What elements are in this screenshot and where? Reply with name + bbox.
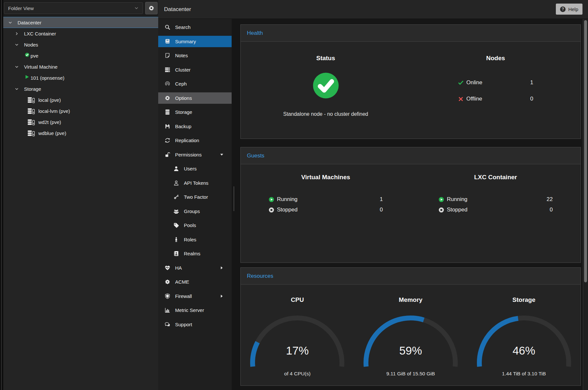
comments-icon	[165, 322, 170, 327]
book-icon	[165, 39, 170, 44]
tree-item-wdblue-pve[interactable]: wdblue (pve)	[3, 128, 158, 139]
gauge-percent: 46%	[475, 344, 573, 357]
nav-item-ceph[interactable]: Ceph	[158, 77, 232, 91]
status-message: Standalone node - no cluster defined	[283, 111, 368, 117]
nav-item-groups[interactable]: Groups	[158, 204, 232, 219]
nav-item-label: Two Factor	[184, 194, 208, 200]
tree-item-storage[interactable]: Storage	[3, 83, 158, 94]
nav-item-roles[interactable]: Roles	[158, 233, 232, 247]
play-circle-icon	[269, 197, 274, 202]
nav-item-label: Metric Server	[175, 307, 204, 313]
nav-item-label: HA	[175, 265, 182, 271]
guest-status-list: Running22Stopped0	[439, 195, 553, 214]
status-row-label: Running	[447, 196, 467, 203]
nav-item-notes[interactable]: Notes	[158, 48, 232, 63]
nodes-heading: Nodes	[486, 55, 505, 62]
floppy-icon	[165, 124, 170, 129]
status-column: Status Standalone node - no cluster defi…	[241, 42, 411, 139]
nav-item-search[interactable]: Search	[158, 20, 232, 34]
nav-item-realms[interactable]: Realms	[158, 247, 232, 261]
nav-item-label: API Tokens	[184, 180, 209, 186]
ceph-icon	[165, 81, 170, 87]
nav-item-metric-server[interactable]: Metric Server	[158, 303, 232, 317]
nodes-column: Nodes Online1Offline0	[411, 42, 581, 139]
health-panel-title: Health	[241, 25, 581, 42]
tree-expander[interactable]	[6, 20, 14, 25]
nav-item-firewall[interactable]: Firewall	[158, 289, 232, 303]
nav-item-api-tokens[interactable]: API Tokens	[158, 176, 232, 190]
nav-item-label: Pools	[184, 222, 196, 228]
nav-item-two-factor[interactable]: Two Factor	[158, 190, 232, 204]
chevron-down-icon	[134, 6, 139, 10]
main-content: Health Status Standalone node - no clust…	[236, 19, 583, 390]
resource-gauge-memory: Memory59%9.11 GiB of 15.50 GiB	[354, 285, 467, 385]
note-icon	[165, 53, 170, 58]
tree-expander[interactable]	[12, 87, 21, 91]
check-circle-icon	[313, 72, 339, 99]
tree-item-lxc-container[interactable]: LXC Container	[3, 28, 158, 39]
resource-tree: DatacenterLXC ContainerNodespveVirtual M…	[3, 17, 158, 139]
nav-item-acme[interactable]: ACME	[158, 275, 232, 289]
tree-item-label: Datacenter	[18, 20, 41, 25]
resource-title: Storage	[512, 296, 535, 303]
tree-item-local-pve[interactable]: local (pve)	[3, 94, 158, 105]
database-drive-icon	[27, 97, 35, 103]
status-row-running: Running1	[269, 195, 383, 203]
help-button[interactable]: ? Help	[556, 4, 582, 15]
guests-panel: Guests Virtual MachinesRunning1Stopped0L…	[240, 147, 581, 263]
splitter-grip[interactable]	[234, 186, 234, 211]
gear-icon	[165, 95, 170, 101]
tree-item-local-lvm-pve[interactable]: local-lvm (pve)	[3, 105, 158, 116]
view-mode-select[interactable]: Folder View	[4, 2, 143, 14]
tree-item-virtual-machine[interactable]: Virtual Machine	[3, 61, 158, 72]
gauge-arc: 46%	[475, 314, 573, 371]
database-drive-icon	[27, 119, 35, 125]
status-row-value: 0	[530, 96, 533, 102]
tree-item-label: Virtual Machine	[24, 64, 58, 70]
nav-item-options[interactable]: Options	[158, 91, 232, 105]
tree-expander[interactable]	[12, 43, 21, 47]
nav-item-support[interactable]: Support	[158, 317, 232, 332]
nav-item-label: Groups	[184, 208, 200, 214]
gauge-arc: 59%	[362, 314, 459, 371]
status-row-online: Online1	[458, 79, 533, 87]
nav-item-ha[interactable]: HA	[158, 261, 232, 275]
scrollbar-thumb[interactable]	[584, 20, 587, 282]
status-row-stopped: Stopped0	[269, 206, 383, 214]
gauge-percent: 59%	[362, 344, 459, 357]
nav-item-cluster[interactable]: Cluster	[158, 63, 232, 77]
panel-splitter	[232, 19, 236, 390]
gauge-detail: of 4 CPU(s)	[284, 371, 311, 377]
nav-item-storage[interactable]: Storage	[158, 105, 232, 119]
resource-tree-panel: Folder View DatacenterLXC ContainerNodes…	[3, 0, 158, 390]
tree-expander[interactable]	[12, 32, 21, 36]
page-title: Datacenter	[164, 6, 191, 13]
tree-item-datacenter[interactable]: Datacenter	[3, 17, 158, 28]
status-row-value: 1	[530, 79, 533, 86]
caret-down-icon	[220, 153, 224, 157]
gauge-percent: 17%	[249, 344, 346, 357]
tree-item-label: Nodes	[24, 42, 38, 47]
tree-item-101-opnsense[interactable]: 101 (opnsense)	[3, 72, 158, 83]
gauge-detail: 1.44 TiB of 3.10 TiB	[502, 371, 546, 377]
tree-item-wd2t-pve[interactable]: wd2t (pve)	[3, 116, 158, 128]
nav-item-users[interactable]: Users	[158, 162, 232, 176]
nav-item-backup[interactable]: Backup	[158, 119, 232, 134]
nav-item-pools[interactable]: Pools	[158, 218, 232, 233]
chevron-down-icon	[8, 20, 12, 25]
tree-settings-button[interactable]	[145, 2, 158, 14]
tree-item-pve[interactable]: pve	[3, 50, 158, 61]
key-icon	[173, 194, 179, 200]
tag-icon	[173, 222, 179, 228]
resource-title: Memory	[399, 296, 423, 303]
view-mode-label: Folder View	[8, 6, 34, 11]
nav-item-replication[interactable]: Replication	[158, 133, 232, 148]
tree-item-label: local (pve)	[38, 97, 61, 103]
user-icon	[173, 166, 179, 171]
tree-expander[interactable]	[12, 65, 21, 69]
tree-item-nodes[interactable]: Nodes	[3, 39, 158, 50]
nav-item-permissions[interactable]: Permissions	[158, 148, 232, 162]
status-row-label: Stopped	[277, 207, 298, 213]
caret-right-icon	[220, 294, 224, 298]
nav-item-summary[interactable]: Summary	[158, 34, 232, 49]
